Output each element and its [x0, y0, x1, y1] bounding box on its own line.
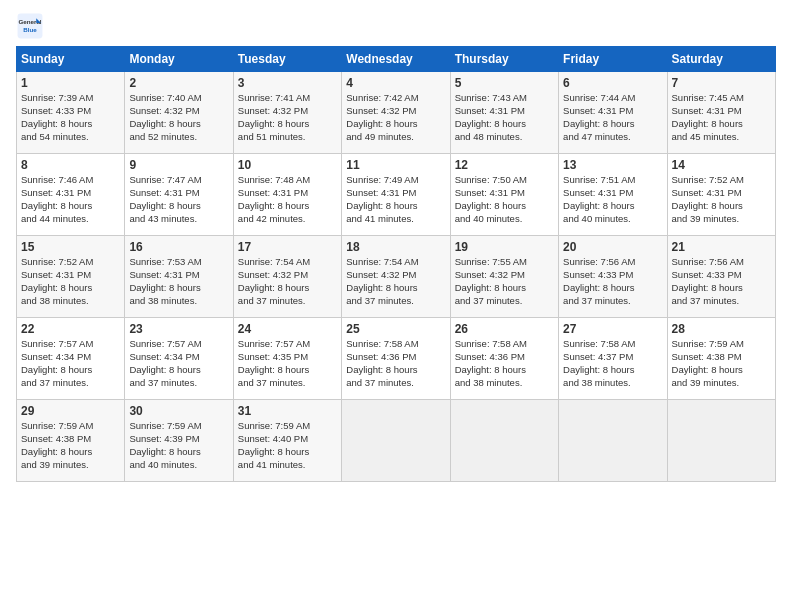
- daylight-hours-label: Daylight: 8 hours: [21, 446, 92, 457]
- sunset-info: Sunset: 4:31 PM: [21, 187, 91, 198]
- sunset-info: Sunset: 4:31 PM: [672, 105, 742, 116]
- sunset-info: Sunset: 4:40 PM: [238, 433, 308, 444]
- daylight-minutes: and 37 minutes.: [238, 295, 306, 306]
- sunset-info: Sunset: 4:31 PM: [563, 187, 633, 198]
- sunset-info: Sunset: 4:32 PM: [238, 105, 308, 116]
- day-number: 18: [346, 239, 445, 255]
- daylight-hours-label: Daylight: 8 hours: [129, 446, 200, 457]
- calendar-cell: 23Sunrise: 7:57 AMSunset: 4:34 PMDayligh…: [125, 318, 233, 400]
- daylight-minutes: and 37 minutes.: [21, 377, 89, 388]
- day-number: 2: [129, 75, 228, 91]
- day-number: 29: [21, 403, 120, 419]
- day-number: 27: [563, 321, 662, 337]
- daylight-hours-label: Daylight: 8 hours: [346, 364, 417, 375]
- daylight-hours-label: Daylight: 8 hours: [21, 200, 92, 211]
- calendar-cell: 11Sunrise: 7:49 AMSunset: 4:31 PMDayligh…: [342, 154, 450, 236]
- daylight-minutes: and 37 minutes.: [455, 295, 523, 306]
- sunset-info: Sunset: 4:31 PM: [129, 269, 199, 280]
- header-cell-wednesday: Wednesday: [342, 47, 450, 72]
- sunset-info: Sunset: 4:32 PM: [346, 269, 416, 280]
- calendar-cell: 9Sunrise: 7:47 AMSunset: 4:31 PMDaylight…: [125, 154, 233, 236]
- sunrise-info: Sunrise: 7:55 AM: [455, 256, 527, 267]
- header-cell-saturday: Saturday: [667, 47, 775, 72]
- calendar-header: SundayMondayTuesdayWednesdayThursdayFrid…: [17, 47, 776, 72]
- daylight-minutes: and 48 minutes.: [455, 131, 523, 142]
- day-number: 17: [238, 239, 337, 255]
- header-cell-tuesday: Tuesday: [233, 47, 341, 72]
- daylight-minutes: and 43 minutes.: [129, 213, 197, 224]
- day-number: 10: [238, 157, 337, 173]
- sunrise-info: Sunrise: 7:39 AM: [21, 92, 93, 103]
- daylight-minutes: and 39 minutes.: [672, 377, 740, 388]
- calendar-cell: 18Sunrise: 7:54 AMSunset: 4:32 PMDayligh…: [342, 236, 450, 318]
- daylight-minutes: and 38 minutes.: [563, 377, 631, 388]
- sunrise-info: Sunrise: 7:44 AM: [563, 92, 635, 103]
- calendar-cell: 7Sunrise: 7:45 AMSunset: 4:31 PMDaylight…: [667, 72, 775, 154]
- sunrise-info: Sunrise: 7:48 AM: [238, 174, 310, 185]
- calendar-cell: 2Sunrise: 7:40 AMSunset: 4:32 PMDaylight…: [125, 72, 233, 154]
- sunrise-info: Sunrise: 7:40 AM: [129, 92, 201, 103]
- sunset-info: Sunset: 4:38 PM: [21, 433, 91, 444]
- day-number: 9: [129, 157, 228, 173]
- header-cell-friday: Friday: [559, 47, 667, 72]
- daylight-hours-label: Daylight: 8 hours: [129, 282, 200, 293]
- calendar-cell: 24Sunrise: 7:57 AMSunset: 4:35 PMDayligh…: [233, 318, 341, 400]
- day-number: 26: [455, 321, 554, 337]
- page-container: General Blue SundayMondayTuesdayWednesda…: [0, 0, 792, 490]
- sunset-info: Sunset: 4:33 PM: [21, 105, 91, 116]
- sunrise-info: Sunrise: 7:58 AM: [346, 338, 418, 349]
- day-number: 1: [21, 75, 120, 91]
- day-number: 12: [455, 157, 554, 173]
- calendar-cell: [450, 400, 558, 482]
- sunrise-info: Sunrise: 7:57 AM: [238, 338, 310, 349]
- calendar-cell: 1Sunrise: 7:39 AMSunset: 4:33 PMDaylight…: [17, 72, 125, 154]
- sunset-info: Sunset: 4:32 PM: [346, 105, 416, 116]
- calendar-cell: 8Sunrise: 7:46 AMSunset: 4:31 PMDaylight…: [17, 154, 125, 236]
- calendar-week-4: 22Sunrise: 7:57 AMSunset: 4:34 PMDayligh…: [17, 318, 776, 400]
- sunset-info: Sunset: 4:36 PM: [455, 351, 525, 362]
- daylight-hours-label: Daylight: 8 hours: [238, 364, 309, 375]
- calendar-week-2: 8Sunrise: 7:46 AMSunset: 4:31 PMDaylight…: [17, 154, 776, 236]
- calendar-week-3: 15Sunrise: 7:52 AMSunset: 4:31 PMDayligh…: [17, 236, 776, 318]
- daylight-minutes: and 38 minutes.: [129, 295, 197, 306]
- sunrise-info: Sunrise: 7:54 AM: [346, 256, 418, 267]
- sunrise-info: Sunrise: 7:50 AM: [455, 174, 527, 185]
- daylight-minutes: and 37 minutes.: [129, 377, 197, 388]
- calendar-cell: 12Sunrise: 7:50 AMSunset: 4:31 PMDayligh…: [450, 154, 558, 236]
- daylight-hours-label: Daylight: 8 hours: [455, 282, 526, 293]
- daylight-minutes: and 37 minutes.: [346, 377, 414, 388]
- daylight-hours-label: Daylight: 8 hours: [672, 282, 743, 293]
- calendar-cell: 27Sunrise: 7:58 AMSunset: 4:37 PMDayligh…: [559, 318, 667, 400]
- daylight-hours-label: Daylight: 8 hours: [21, 282, 92, 293]
- day-number: 22: [21, 321, 120, 337]
- daylight-hours-label: Daylight: 8 hours: [238, 446, 309, 457]
- calendar-cell: 30Sunrise: 7:59 AMSunset: 4:39 PMDayligh…: [125, 400, 233, 482]
- header: General Blue: [16, 12, 776, 40]
- sunset-info: Sunset: 4:37 PM: [563, 351, 633, 362]
- day-number: 23: [129, 321, 228, 337]
- sunrise-info: Sunrise: 7:59 AM: [672, 338, 744, 349]
- calendar-table: SundayMondayTuesdayWednesdayThursdayFrid…: [16, 46, 776, 482]
- sunrise-info: Sunrise: 7:58 AM: [563, 338, 635, 349]
- daylight-hours-label: Daylight: 8 hours: [563, 118, 634, 129]
- calendar-cell: 10Sunrise: 7:48 AMSunset: 4:31 PMDayligh…: [233, 154, 341, 236]
- sunrise-info: Sunrise: 7:45 AM: [672, 92, 744, 103]
- daylight-minutes: and 40 minutes.: [129, 459, 197, 470]
- header-cell-thursday: Thursday: [450, 47, 558, 72]
- daylight-minutes: and 37 minutes.: [346, 295, 414, 306]
- sunset-info: Sunset: 4:33 PM: [563, 269, 633, 280]
- sunset-info: Sunset: 4:31 PM: [563, 105, 633, 116]
- day-number: 5: [455, 75, 554, 91]
- day-number: 19: [455, 239, 554, 255]
- daylight-minutes: and 40 minutes.: [455, 213, 523, 224]
- daylight-hours-label: Daylight: 8 hours: [672, 118, 743, 129]
- header-row: SundayMondayTuesdayWednesdayThursdayFrid…: [17, 47, 776, 72]
- calendar-cell: 22Sunrise: 7:57 AMSunset: 4:34 PMDayligh…: [17, 318, 125, 400]
- daylight-hours-label: Daylight: 8 hours: [672, 200, 743, 211]
- daylight-minutes: and 37 minutes.: [238, 377, 306, 388]
- day-number: 25: [346, 321, 445, 337]
- daylight-hours-label: Daylight: 8 hours: [563, 200, 634, 211]
- calendar-cell: 13Sunrise: 7:51 AMSunset: 4:31 PMDayligh…: [559, 154, 667, 236]
- sunrise-info: Sunrise: 7:46 AM: [21, 174, 93, 185]
- calendar-cell: [342, 400, 450, 482]
